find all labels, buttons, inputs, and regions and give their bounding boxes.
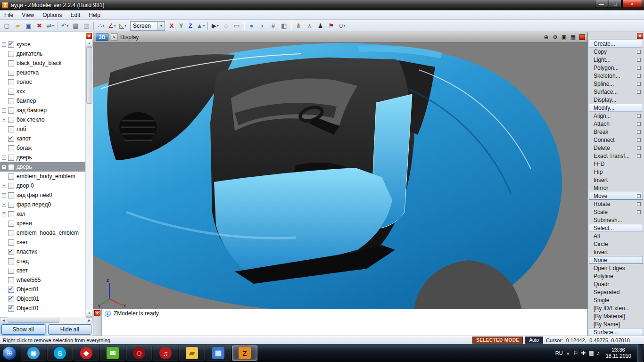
command-item[interactable]: Scale <box>589 208 643 216</box>
tree-horizontal-scrollbar[interactable]: ◀ ▶ <box>0 317 93 323</box>
undo-icon[interactable]: ↶ <box>59 21 70 31</box>
hidden-icons-arrow[interactable]: ▲ <box>566 351 570 355</box>
command-item[interactable]: Connect <box>589 136 643 144</box>
command-item[interactable]: Display... <box>589 96 643 104</box>
menu-view[interactable]: View <box>17 11 38 19</box>
command-item[interactable]: Flip <box>589 168 643 176</box>
opera-icon[interactable]: O <box>126 346 152 361</box>
tree-row[interactable]: + двигатель <box>0 49 85 58</box>
tree-row[interactable]: + emblem_body_emblem <box>0 172 85 181</box>
tree-row[interactable]: + Object01 <box>0 304 85 313</box>
maximize-button[interactable]: □ <box>609 0 622 8</box>
lasso-select-icon[interactable]: ◌ <box>221 21 231 31</box>
command-item[interactable]: Surface... <box>589 88 643 96</box>
visibility-checkbox[interactable] <box>8 51 14 57</box>
visibility-checkbox[interactable] <box>8 60 14 66</box>
tree-row[interactable]: + фара перед0 <box>0 200 85 209</box>
open-folder-icon[interactable]: ▰ <box>12 21 23 31</box>
edge-mode-icon[interactable]: ∠ <box>107 21 117 31</box>
command-item[interactable]: Separated <box>589 288 643 296</box>
minimize-button[interactable]: — <box>595 0 608 8</box>
command-item[interactable]: Light... <box>589 56 643 64</box>
notification-icon[interactable]: ⚐ <box>573 350 578 356</box>
bone-tool-icon[interactable]: ⋔ <box>293 21 304 31</box>
menu-edit[interactable]: Edit <box>66 11 85 19</box>
delete-icon[interactable]: ✖ <box>34 21 45 31</box>
command-item[interactable]: [By ID/Exten... <box>589 304 643 312</box>
layout-views-icon[interactable]: ▦ <box>569 33 577 41</box>
tree-row[interactable]: + xxx <box>0 87 85 96</box>
visibility-checkbox[interactable] <box>8 89 14 95</box>
select-arrow-icon[interactable]: ▶ <box>210 21 221 31</box>
command-option-box[interactable] <box>637 82 641 86</box>
tree-row[interactable]: + кузов <box>0 40 85 49</box>
visibility-checkbox[interactable] <box>8 287 14 293</box>
scroll-down-icon[interactable]: ▼ <box>86 310 93 317</box>
tree-vertical-scrollbar[interactable]: ▲ ▼ <box>85 40 93 317</box>
command-item[interactable]: Quadr <box>589 280 643 288</box>
command-item[interactable]: FFD <box>589 160 643 168</box>
command-item[interactable]: Delete <box>589 144 643 152</box>
new-file-icon[interactable]: ▢ <box>1 21 12 31</box>
tree-row[interactable]: + Object01 <box>0 294 85 304</box>
sphere-tool-icon[interactable]: ● <box>246 21 257 31</box>
tree-row[interactable]: + black_body_black <box>0 58 85 68</box>
downloader-icon[interactable]: ◆ <box>74 346 99 361</box>
expand-icon[interactable]: + <box>2 108 6 113</box>
expand-icon[interactable]: + <box>2 193 6 197</box>
tree-row[interactable]: + дверь <box>0 153 85 162</box>
clock[interactable]: 23:36 18.11.2010 <box>603 347 634 359</box>
save-icon[interactable]: ▣ <box>23 21 34 31</box>
viewport-close-button[interactable] <box>579 34 585 40</box>
scroll-up-icon[interactable]: ▲ <box>86 40 93 47</box>
menu-help[interactable]: Help <box>84 11 105 19</box>
start-button[interactable]: ⊞ <box>2 346 17 360</box>
visibility-checkbox[interactable] <box>8 249 14 255</box>
visibility-checkbox[interactable] <box>8 126 14 132</box>
tree-row[interactable]: + свет <box>0 238 85 247</box>
rect-select-icon[interactable]: ▭ <box>231 21 242 31</box>
expand-icon[interactable]: + <box>2 165 6 169</box>
command-item[interactable]: Copy <box>589 48 643 56</box>
back-button[interactable]: < <box>111 33 118 41</box>
panel-close-button[interactable]: ✕ <box>637 33 643 39</box>
y-axis-button[interactable]: Y <box>176 21 186 31</box>
command-item[interactable]: [By Name] <box>589 320 643 328</box>
media-player-icon[interactable]: ♫ <box>153 346 178 361</box>
command-item[interactable]: Attach <box>589 120 643 128</box>
pan-hand-icon[interactable]: ✥ <box>551 33 559 41</box>
tree-row[interactable]: + зад фар лев0 <box>0 190 85 200</box>
menu-options[interactable]: Options <box>38 11 66 19</box>
tree-row[interactable]: + свет <box>0 266 85 275</box>
surface-tool-icon[interactable]: ◧ <box>279 21 289 31</box>
scrollbar-thumb[interactable] <box>8 318 59 323</box>
display-icon[interactable]: ▦ <box>588 350 594 356</box>
visibility-checkbox[interactable] <box>8 117 14 123</box>
command-item[interactable]: Skeleton... <box>589 72 643 80</box>
export-icon[interactable]: ⇄ <box>45 21 56 31</box>
visibility-checkbox[interactable] <box>8 277 14 283</box>
image-viewer-icon[interactable]: ▩ <box>206 346 231 361</box>
visibility-checkbox[interactable] <box>8 258 14 264</box>
grid-tool-icon[interactable]: # <box>268 21 279 31</box>
visibility-checkbox[interactable] <box>8 192 14 198</box>
hide-all-button[interactable]: Hide all <box>48 324 92 335</box>
view-3d-tab[interactable]: 3D <box>96 33 108 41</box>
visibility-checkbox[interactable] <box>8 268 14 274</box>
tree-row[interactable]: + зад бампер <box>0 106 85 115</box>
axis-cone-icon[interactable]: ▲ <box>195 21 206 31</box>
tree-row[interactable]: + решотка <box>0 68 85 77</box>
z-axis-button[interactable]: Z <box>186 21 195 31</box>
command-item[interactable]: Surface... <box>589 328 643 336</box>
command-item[interactable]: Exact Transf... <box>589 152 643 160</box>
auto-mode-indicator[interactable]: Auto <box>525 337 543 344</box>
command-item[interactable]: Single <box>589 296 643 304</box>
expand-icon[interactable]: + <box>2 184 6 188</box>
tree-row[interactable]: + бампер <box>0 96 85 106</box>
visibility-checkbox[interactable] <box>8 145 14 151</box>
expand-icon[interactable]: + <box>2 212 6 216</box>
command-item[interactable]: Break <box>589 128 643 136</box>
hemisphere-tool-icon[interactable]: ◗ <box>257 21 268 31</box>
magnet-tool-icon[interactable]: ∪ <box>337 21 347 31</box>
volume-icon[interactable]: ♪ <box>597 350 600 356</box>
